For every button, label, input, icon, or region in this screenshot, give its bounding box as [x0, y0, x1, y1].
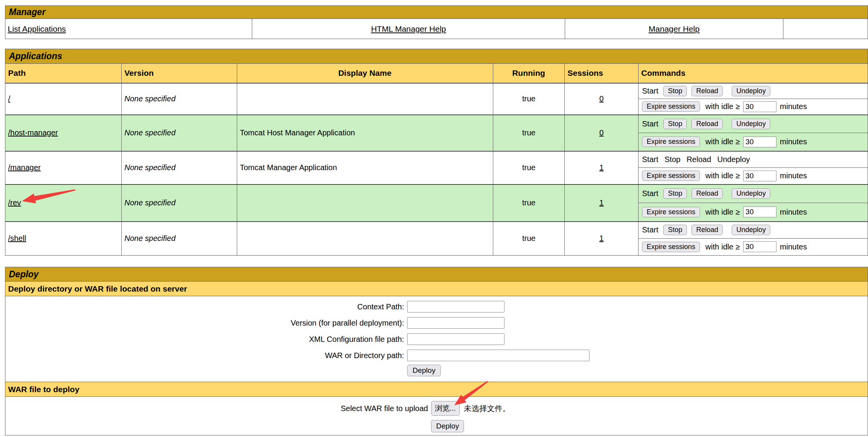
- nav-empty-cell: [783, 19, 868, 39]
- idle-minutes-input[interactable]: [743, 171, 776, 181]
- start-label: Start: [642, 225, 658, 234]
- table-row-rev: /rev None specified true 1 Start Stop Re…: [5, 184, 868, 222]
- undeploy-button[interactable]: Undeploy: [732, 119, 770, 129]
- idle-minutes-input[interactable]: [743, 207, 776, 217]
- xml-config-input[interactable]: [407, 333, 504, 345]
- expire-sessions-button[interactable]: Expire sessions: [642, 101, 700, 112]
- start-label: Start: [642, 155, 658, 164]
- table-row-host-manager: /host-manager None specified Tomcat Host…: [5, 115, 868, 151]
- expire-sessions-button[interactable]: Expire sessions: [642, 207, 700, 217]
- deploy-server-header: Deploy directory or WAR file located on …: [5, 282, 868, 296]
- undeploy-button[interactable]: Undeploy: [732, 225, 770, 235]
- tomcat-manager-page: Manager List Applications HTML Manager H…: [0, 0, 868, 437]
- war-directory-label: WAR or Directory path:: [5, 351, 404, 360]
- expire-sessions-button[interactable]: Expire sessions: [642, 137, 700, 147]
- app-running: true: [522, 234, 535, 242]
- col-version: Version: [122, 64, 237, 83]
- table-row-shell: /shell None specified true 1 Start Stop …: [5, 222, 868, 256]
- minutes-label: minutes: [780, 137, 807, 146]
- start-label: Start: [642, 189, 658, 198]
- applications-header-row: Path Version Display Name Running Sessio…: [5, 64, 868, 83]
- app-running: true: [522, 94, 535, 103]
- applications-title: Applications: [5, 49, 868, 64]
- app-path-link[interactable]: /host-manager: [8, 128, 58, 137]
- minutes-label: minutes: [780, 102, 807, 111]
- context-path-label: Context Path:: [5, 302, 404, 311]
- war-upload-form: Select WAR file to upload 浏览... 未选择文件。 D…: [5, 397, 868, 435]
- col-path: Path: [5, 64, 122, 83]
- app-version: None specified: [124, 234, 175, 242]
- app-sessions-link[interactable]: 1: [599, 234, 603, 242]
- browse-file-button[interactable]: 浏览...: [431, 401, 460, 416]
- col-commands: Commands: [639, 64, 868, 83]
- manager-title: Manager: [5, 6, 868, 19]
- app-sessions-link[interactable]: 1: [599, 163, 603, 172]
- reload-label: Reload: [686, 155, 711, 164]
- app-path-link[interactable]: /rev: [8, 198, 21, 207]
- deploy-title: Deploy: [5, 267, 868, 282]
- undeploy-button[interactable]: Undeploy: [732, 86, 770, 96]
- reload-button[interactable]: Reload: [691, 188, 723, 199]
- deploy-upload-button[interactable]: Deploy: [431, 420, 464, 432]
- applications-table: Applications Path Version Display Name R…: [5, 49, 868, 256]
- reload-button[interactable]: Reload: [691, 86, 723, 96]
- with-idle-label: with idle ≥: [705, 242, 740, 251]
- col-running: Running: [493, 64, 565, 83]
- app-running: true: [522, 198, 535, 207]
- manager-help-link[interactable]: Manager Help: [649, 24, 700, 33]
- xml-config-label: XML Configuration file path:: [5, 335, 404, 344]
- idle-minutes-input[interactable]: [743, 137, 776, 147]
- app-running: true: [522, 163, 535, 172]
- app-running: true: [522, 128, 535, 137]
- app-display-name: Tomcat Manager Application: [240, 163, 337, 172]
- stop-button[interactable]: Stop: [663, 188, 687, 199]
- stop-button[interactable]: Stop: [663, 86, 687, 96]
- deploy-server-form: Context Path: Version (for parallel depl…: [5, 296, 868, 382]
- context-path-input[interactable]: [407, 301, 504, 312]
- app-path-link[interactable]: /manager: [8, 163, 41, 172]
- html-manager-help-link[interactable]: HTML Manager Help: [371, 24, 446, 33]
- expire-sessions-button[interactable]: Expire sessions: [642, 242, 700, 252]
- deploy-server-button[interactable]: Deploy: [407, 365, 441, 376]
- app-version: None specified: [124, 163, 175, 172]
- table-row-manager: /manager None specified Tomcat Manager A…: [5, 151, 868, 184]
- app-path-link[interactable]: /shell: [8, 234, 26, 242]
- version-input[interactable]: [407, 317, 504, 329]
- minutes-label: minutes: [780, 208, 807, 217]
- with-idle-label: with idle ≥: [705, 208, 740, 217]
- expire-sessions-button[interactable]: Expire sessions: [642, 171, 700, 181]
- with-idle-label: with idle ≥: [705, 102, 740, 111]
- app-path-link[interactable]: /: [8, 94, 10, 103]
- app-version: None specified: [124, 128, 175, 137]
- app-sessions-link[interactable]: 0: [599, 128, 603, 137]
- stop-label: Stop: [664, 155, 680, 164]
- table-row-root: / None specified true 0 Start Stop Reloa…: [5, 83, 868, 115]
- version-label: Version (for parallel deployment):: [5, 319, 404, 328]
- war-directory-input[interactable]: [407, 350, 589, 361]
- reload-button[interactable]: Reload: [691, 225, 723, 235]
- idle-minutes-input[interactable]: [743, 101, 776, 112]
- list-applications-link[interactable]: List Applications: [8, 24, 66, 33]
- start-label: Start: [642, 119, 658, 128]
- deploy-table: Deploy Deploy directory or WAR file loca…: [5, 267, 868, 435]
- app-sessions-link[interactable]: 0: [599, 94, 603, 103]
- col-sessions: Sessions: [565, 64, 639, 83]
- stop-button[interactable]: Stop: [663, 225, 687, 235]
- stop-button[interactable]: Stop: [663, 119, 687, 129]
- manager-nav-table: Manager List Applications HTML Manager H…: [5, 5, 868, 39]
- col-display-name: Display Name: [237, 64, 493, 83]
- app-version: None specified: [124, 198, 175, 207]
- app-version: None specified: [124, 94, 175, 103]
- war-upload-header: WAR file to deploy: [5, 382, 868, 397]
- minutes-label: minutes: [780, 171, 807, 180]
- undeploy-button[interactable]: Undeploy: [732, 188, 770, 199]
- select-war-label: Select WAR file to upload: [5, 404, 428, 413]
- reload-button[interactable]: Reload: [691, 119, 723, 129]
- start-label: Start: [642, 87, 658, 96]
- app-sessions-link[interactable]: 1: [599, 198, 603, 207]
- minutes-label: minutes: [780, 242, 807, 251]
- with-idle-label: with idle ≥: [705, 137, 740, 146]
- idle-minutes-input[interactable]: [743, 241, 776, 252]
- with-idle-label: with idle ≥: [705, 171, 740, 180]
- app-display-name: Tomcat Host Manager Application: [240, 128, 355, 137]
